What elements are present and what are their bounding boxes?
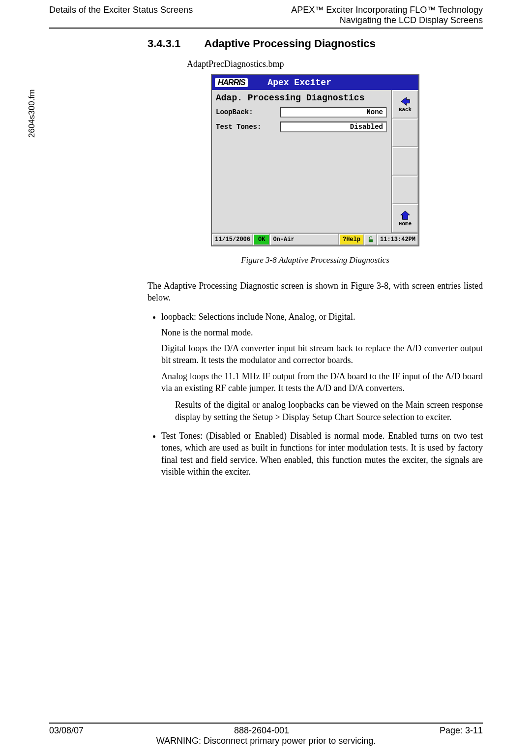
footer-date: 03/08/07 xyxy=(49,726,84,736)
bullet-list: loopback: Selections include None, Analo… xyxy=(148,311,483,478)
lcd-row-loopback: LoopBack: None xyxy=(216,107,387,118)
bullet-testtones: Test Tones: (Disabled or Enabled) Disabl… xyxy=(161,430,483,478)
page-footer: 03/08/07 888-2604-001 Page: 3-11 WARNING… xyxy=(49,723,483,746)
lcd-status-bar: 11/15/2006 OK On-Air ?Help 11:13:42PM xyxy=(212,233,418,245)
status-date: 11/15/2006 xyxy=(212,234,253,245)
loopback-none: None is the normal mode. xyxy=(161,327,483,338)
lcd-side-buttons: Back Home xyxy=(392,90,418,233)
loopback-results-note: Results of the digital or analog loopbac… xyxy=(175,399,483,423)
home-icon xyxy=(399,210,412,221)
lcd-window-title: Apex Exciter xyxy=(267,78,331,88)
status-lock xyxy=(364,234,377,245)
lcd-row-testtones: Test Tones: Disabled xyxy=(216,121,387,132)
svg-marker-0 xyxy=(401,97,410,106)
bullet-loopback: loopback: Selections include None, Analo… xyxy=(161,311,483,423)
harris-logo: HARRIS xyxy=(215,78,248,87)
figure-caption: Figure 3-8 Adaptive Processing Diagnosti… xyxy=(148,255,483,265)
lcd-main-panel: Adap. Processing Diagnostics LoopBack: N… xyxy=(212,90,392,233)
home-button[interactable]: Home xyxy=(392,204,418,233)
header-right-2: Navigating the LCD Display Screens xyxy=(291,15,483,26)
lcd-screenshot: HARRIS Apex Exciter Adap. Processing Dia… xyxy=(211,74,419,246)
home-label: Home xyxy=(399,221,412,227)
footer-warning: WARNING: Disconnect primary power prior … xyxy=(49,736,483,746)
loopback-value[interactable]: None xyxy=(280,107,387,118)
footer-page: Page: 3-11 xyxy=(440,726,483,736)
footer-rule xyxy=(49,723,483,724)
bmp-filename: AdaptPrecDiagnostics.bmp xyxy=(187,59,483,69)
svg-rect-2 xyxy=(369,239,373,242)
header-right-1: APEX™ Exciter Incorporating FLO™ Technol… xyxy=(291,5,483,15)
status-ok: OK xyxy=(253,234,270,245)
side-empty-3 xyxy=(392,176,418,204)
footer-docnum: 888-2604-001 xyxy=(234,726,289,736)
status-time: 11:13:42PM xyxy=(377,234,418,245)
header-left: Details of the Exciter Status Screens xyxy=(49,5,193,26)
section-heading: 3.4.3.1 Adaptive Processing Diagnostics xyxy=(148,37,483,50)
section-title: Adaptive Processing Diagnostics xyxy=(204,37,375,50)
back-button[interactable]: Back xyxy=(392,90,418,119)
status-onair: On-Air xyxy=(270,234,339,245)
unlock-icon xyxy=(367,236,374,243)
testtones-label: Test Tones: xyxy=(216,123,280,131)
lcd-titlebar: HARRIS Apex Exciter xyxy=(212,75,418,90)
loopback-digital: Digital loops the D/A converter input bi… xyxy=(161,342,483,366)
bullet-loopback-lead: loopback: Selections include None, Analo… xyxy=(161,312,355,322)
side-filename: 2604s300.fm xyxy=(27,90,37,138)
svg-marker-1 xyxy=(401,211,410,219)
lcd-main-title: Adap. Processing Diagnostics xyxy=(216,93,387,103)
header-rule xyxy=(49,28,483,29)
intro-paragraph: The Adaptive Processing Diagnostic scree… xyxy=(148,280,483,304)
loopback-label: LoopBack: xyxy=(216,108,280,116)
testtones-value[interactable]: Disabled xyxy=(280,121,387,132)
status-help[interactable]: ?Help xyxy=(339,234,364,245)
section-number: 3.4.3.1 xyxy=(148,37,202,50)
loopback-analog: Analog loops the 11.1 MHz IF output from… xyxy=(161,370,483,394)
side-empty-2 xyxy=(392,147,418,176)
back-arrow-icon xyxy=(399,96,412,107)
bullet-testtones-text: Test Tones: (Disabled or Enabled) Disabl… xyxy=(161,431,483,477)
side-empty-1 xyxy=(392,119,418,147)
back-label: Back xyxy=(399,107,412,113)
